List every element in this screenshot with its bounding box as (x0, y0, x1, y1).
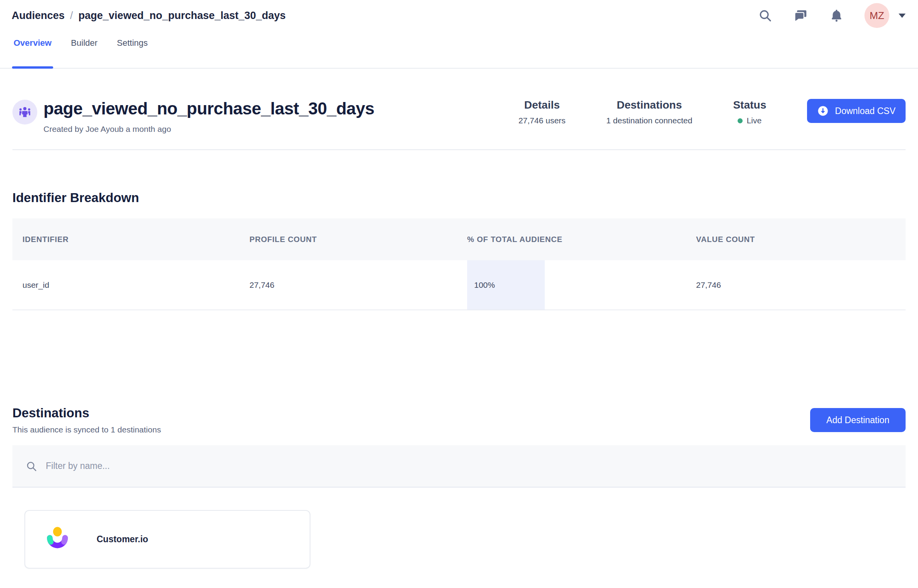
breadcrumb-audiences-link[interactable]: Audiences (12, 10, 65, 22)
tab-builder[interactable]: Builder (71, 31, 97, 68)
destinations-header: Destinations This audience is synced to … (12, 406, 906, 434)
stat-status-label: Status (733, 99, 766, 111)
download-csv-label: Download CSV (835, 106, 895, 116)
destination-filter-bar (12, 445, 906, 488)
tab-bar: Overview Builder Settings (0, 31, 918, 69)
identifier-breakdown-table: IDENTIFIER PROFILE COUNT % OF TOTAL AUDI… (12, 218, 906, 310)
destinations-heading: Destinations (12, 406, 161, 420)
pct-highlight-cell: 100% (467, 260, 545, 310)
stat-destinations: Destinations 1 destination connected (606, 99, 693, 125)
audience-title-group: page_viewed_no_purchase_last_30_days Cre… (12, 99, 374, 134)
destinations-heading-group: Destinations This audience is synced to … (12, 406, 161, 434)
user-menu[interactable]: MZ (864, 3, 906, 28)
cell-profile-count: 27,746 (239, 260, 457, 310)
breadcrumb: Audiences / page_viewed_no_purchase_last… (12, 10, 286, 22)
section-divider (12, 149, 906, 150)
top-actions: MZ (757, 3, 906, 28)
audience-people-icon (12, 100, 37, 125)
notifications-bell-icon[interactable] (829, 8, 844, 23)
chat-icon[interactable] (793, 8, 809, 23)
stat-destinations-label: Destinations (606, 99, 693, 111)
status-live-dot (738, 118, 743, 123)
column-header-value-count: VALUE COUNT (686, 235, 906, 244)
avatar[interactable]: MZ (864, 3, 889, 28)
audience-header: page_viewed_no_purchase_last_30_days Cre… (0, 99, 918, 134)
cell-pct-of-total: 100% (457, 260, 686, 310)
tab-settings-label: Settings (117, 38, 148, 48)
destination-name: Customer.io (97, 534, 148, 545)
tab-settings[interactable]: Settings (117, 31, 148, 68)
column-header-profile-count: PROFILE COUNT (239, 235, 457, 244)
destinations-subtitle: This audience is synced to 1 destination… (12, 425, 161, 434)
created-by-text: Created by Joe Ayoub a month ago (43, 125, 374, 134)
column-header-identifier: IDENTIFIER (12, 235, 239, 244)
table-header-row: IDENTIFIER PROFILE COUNT % OF TOTAL AUDI… (12, 218, 906, 260)
stat-status: Status Live (733, 99, 766, 125)
download-csv-button[interactable]: Download CSV (807, 99, 906, 123)
download-icon (817, 105, 829, 117)
cell-value-count: 27,746 (686, 260, 906, 310)
breadcrumb-current-page: page_viewed_no_purchase_last_30_days (78, 10, 286, 22)
top-bar: Audiences / page_viewed_no_purchase_last… (0, 0, 918, 31)
search-icon[interactable] (757, 8, 773, 23)
tab-overview-label: Overview (14, 38, 52, 48)
audience-title-text: page_viewed_no_purchase_last_30_days Cre… (43, 99, 374, 134)
add-destination-button[interactable]: Add Destination (810, 408, 906, 432)
active-tab-underline (12, 66, 53, 69)
status-badge: Live (733, 116, 766, 125)
table-row: user_id 27,746 100% 27,746 (12, 260, 906, 310)
customerio-logo (44, 526, 71, 553)
destinations-section: Destinations This audience is synced to … (0, 406, 918, 569)
filter-search-icon (26, 460, 37, 472)
cell-identifier: user_id (12, 260, 239, 310)
tab-builder-label: Builder (71, 38, 97, 48)
breadcrumb-separator: / (70, 10, 73, 22)
audience-stats: Details 27,746 users Destinations 1 dest… (518, 99, 906, 125)
stat-destinations-value: 1 destination connected (606, 116, 693, 125)
column-header-pct-of-total: % OF TOTAL AUDIENCE (457, 235, 686, 244)
identifier-breakdown-heading: Identifier Breakdown (12, 190, 906, 205)
status-live-text: Live (747, 116, 762, 125)
stat-details-value: 27,746 users (518, 116, 565, 125)
tab-overview[interactable]: Overview (14, 31, 52, 68)
page-title: page_viewed_no_purchase_last_30_days (43, 99, 374, 118)
stat-details-label: Details (518, 99, 565, 111)
chevron-down-icon (898, 13, 906, 18)
stat-details: Details 27,746 users (518, 99, 565, 125)
destination-card-customerio[interactable]: Customer.io (24, 510, 310, 569)
identifier-breakdown-section: Identifier Breakdown IDENTIFIER PROFILE … (0, 190, 918, 310)
filter-by-name-input[interactable] (46, 461, 892, 471)
